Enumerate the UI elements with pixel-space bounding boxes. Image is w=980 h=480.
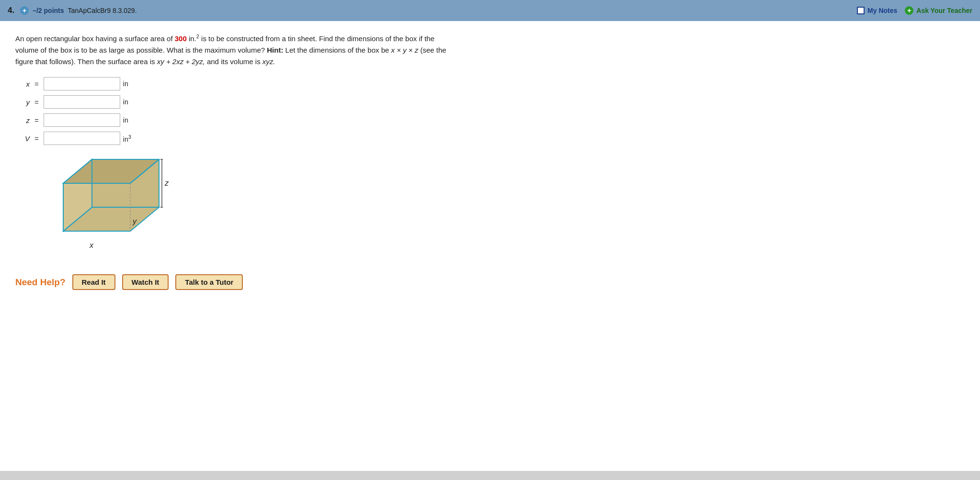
read-it-button[interactable]: Read It xyxy=(72,274,115,290)
box-diagram: z y x xyxy=(44,155,197,255)
header-bar: 4. + –/2 points TanApCalcBr9 8.3.029. My… xyxy=(0,0,980,21)
ask-teacher-label: Ask Your Teacher xyxy=(916,7,972,14)
z-label: z xyxy=(164,179,169,187)
label-x: x xyxy=(15,80,30,88)
hint-text: Let the dimensions of the box be xyxy=(283,46,391,54)
input-row-x: x = in xyxy=(15,77,965,90)
problem-code: TanApCalcBr9 8.3.029. xyxy=(68,7,137,14)
add-points-icon[interactable]: + xyxy=(20,6,29,15)
hint-label: Hint: xyxy=(267,46,283,54)
unit-x: in xyxy=(123,80,128,88)
y-label: y xyxy=(132,217,137,225)
hint-math: x × y × z xyxy=(391,46,419,54)
content-area: An open rectangular box having a surface… xyxy=(0,21,980,471)
volume-formula: xyz. xyxy=(262,57,275,66)
unit-y: in xyxy=(123,98,128,106)
input-row-z: z = in xyxy=(15,113,965,127)
input-y[interactable] xyxy=(44,95,120,109)
header-right: My Notes + Ask Your Teacher xyxy=(857,6,972,15)
inputs-container: x = in y = in z = in V = in3 xyxy=(15,77,965,145)
points-text: –/2 points xyxy=(33,7,64,14)
plus-green-icon: + xyxy=(905,6,913,15)
problem-text-after-red: in. xyxy=(187,34,196,43)
my-notes-button[interactable]: My Notes xyxy=(857,7,897,14)
equals-x: = xyxy=(34,80,39,88)
surface-area-value: 300 xyxy=(175,34,187,43)
x-label: x xyxy=(89,241,94,249)
problem-text: An open rectangular box having a surface… xyxy=(15,33,446,67)
notes-icon xyxy=(857,7,865,14)
unit-v: in3 xyxy=(123,134,131,143)
figure-container: z y x xyxy=(44,155,207,260)
unit-z: in xyxy=(123,116,128,124)
talk-to-tutor-button[interactable]: Talk to a Tutor xyxy=(175,274,243,290)
ask-teacher-button[interactable]: + Ask Your Teacher xyxy=(905,6,972,15)
my-notes-label: My Notes xyxy=(867,7,897,14)
surface-area-formula: xy + 2xz + 2yz, xyxy=(157,57,205,66)
question-number: 4. xyxy=(8,6,14,15)
input-row-v: V = in3 xyxy=(15,132,965,145)
input-z[interactable] xyxy=(44,113,120,127)
equals-z: = xyxy=(34,116,39,124)
hint-text3: and its volume is xyxy=(205,57,262,66)
superscript-3: 3 xyxy=(128,134,131,140)
label-v: V xyxy=(15,134,30,143)
watch-it-button[interactable]: Watch It xyxy=(122,274,169,290)
equals-v: = xyxy=(34,134,39,143)
input-row-y: y = in xyxy=(15,95,965,109)
equals-y: = xyxy=(34,98,39,106)
label-y: y xyxy=(15,98,30,106)
need-help-section: Need Help? Read It Watch It Talk to a Tu… xyxy=(15,274,965,290)
input-x[interactable] xyxy=(44,77,120,90)
input-v[interactable] xyxy=(44,132,120,145)
header-left: 4. + –/2 points TanApCalcBr9 8.3.029. xyxy=(8,6,137,15)
need-help-label: Need Help? xyxy=(15,277,66,288)
page-wrapper: 4. + –/2 points TanApCalcBr9 8.3.029. My… xyxy=(0,0,980,480)
problem-text-before-red: An open rectangular box having a surface… xyxy=(15,34,175,43)
label-z: z xyxy=(15,116,30,124)
